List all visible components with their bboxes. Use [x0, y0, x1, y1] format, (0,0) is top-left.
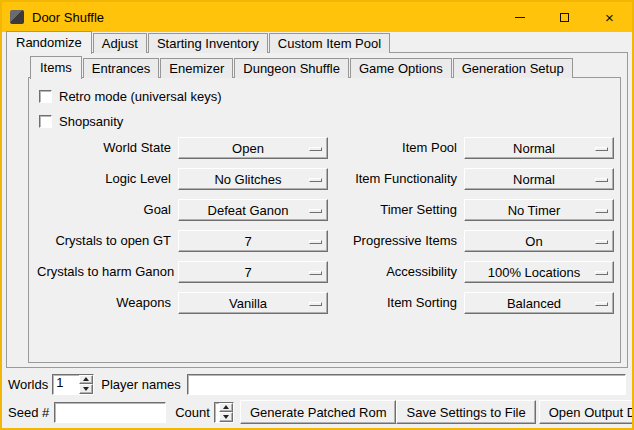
accessibility-label: Accessibility: [335, 261, 457, 283]
count-spin-up-button[interactable]: [219, 403, 233, 413]
door-shuffle-window: Door Shuffle × Randomize Adjust Starting…: [0, 0, 634, 430]
dropdown-goal[interactable]: Defeat Ganon: [178, 199, 328, 221]
dropdown-crystals-harm-ganon[interactable]: 7: [178, 261, 328, 283]
open-output-directory-button[interactable]: Open Output Directory: [539, 400, 634, 424]
dropdown-timer-setting[interactable]: No Timer: [464, 199, 614, 221]
worlds-input[interactable]: [53, 375, 78, 390]
count-spinner: [214, 402, 234, 423]
menu-indicator-icon: [595, 271, 608, 275]
sub-tabbar: Items Entrances Enemizer Dungeon Shuffle…: [28, 57, 621, 77]
menu-indicator-icon: [309, 240, 322, 244]
menu-indicator-icon: [595, 147, 608, 151]
tab-starting-inventory[interactable]: Starting Inventory: [148, 33, 268, 53]
menu-indicator-icon: [595, 302, 608, 306]
arrow-up-icon: [223, 405, 229, 409]
generate-bar: Seed # Count Generate Patched Rom Save S…: [8, 400, 626, 424]
seed-label: Seed #: [8, 405, 49, 420]
dropdown-item-functionality[interactable]: Normal: [464, 168, 614, 190]
timer-setting-label: Timer Setting: [335, 199, 457, 221]
menu-indicator-icon: [595, 178, 608, 182]
dropdown-progressive-items[interactable]: On: [464, 230, 614, 252]
tab-custom-item-pool[interactable]: Custom Item Pool: [269, 33, 390, 53]
menu-indicator-icon: [309, 271, 322, 275]
generate-patched-rom-button[interactable]: Generate Patched Rom: [240, 400, 397, 424]
item-functionality-label: Item Functionality: [335, 168, 457, 190]
count-spin-down-button[interactable]: [219, 412, 233, 422]
save-settings-button[interactable]: Save Settings to File: [396, 400, 535, 424]
weapons-label: Weapons: [37, 292, 171, 314]
maximize-button[interactable]: [542, 2, 587, 32]
menu-indicator-icon: [595, 209, 608, 213]
multiworld-bar: Worlds Player names: [8, 373, 626, 395]
settings-grid: World State Open Item Pool Normal Logic …: [37, 137, 612, 314]
main-tabbar: Randomize Adjust Starting Inventory Cust…: [2, 32, 632, 52]
menu-indicator-icon: [309, 209, 322, 213]
close-button[interactable]: ×: [587, 2, 632, 32]
item-sorting-label: Item Sorting: [335, 292, 457, 314]
worlds-spinner: [52, 374, 94, 395]
count-label: Count: [175, 405, 210, 420]
dropdown-logic-level[interactable]: No Glitches: [178, 168, 328, 190]
titlebar[interactable]: Door Shuffle ×: [2, 2, 632, 32]
subtab-items[interactable]: Items: [30, 56, 82, 79]
progressive-items-label: Progressive Items: [335, 230, 457, 252]
count-input[interactable]: [215, 403, 218, 418]
checkbox-shopsanity[interactable]: Shopsanity: [39, 111, 612, 131]
dropdown-item-sorting[interactable]: Balanced: [464, 292, 614, 314]
crystals-harm-ganon-label: Crystals to harm Ganon: [37, 261, 171, 283]
randomize-pane: Items Entrances Enemizer Dungeon Shuffle…: [6, 52, 628, 368]
menu-indicator-icon: [595, 240, 608, 244]
subtab-enemizer[interactable]: Enemizer: [160, 58, 233, 78]
item-pool-label: Item Pool: [335, 137, 457, 159]
items-pane: Retro mode (universal keys) Shopsanity W…: [28, 77, 621, 363]
maximize-icon: [560, 13, 569, 22]
menu-indicator-icon: [309, 178, 322, 182]
menu-indicator-icon: [309, 147, 322, 151]
minimize-icon: [515, 17, 525, 18]
window-controls: ×: [497, 2, 632, 32]
world-state-label: World State: [37, 137, 171, 159]
subtab-dungeon-shuffle[interactable]: Dungeon Shuffle: [234, 58, 349, 78]
arrow-up-icon: [83, 377, 89, 381]
app-icon: [10, 10, 24, 24]
goal-label: Goal: [37, 199, 171, 221]
seed-input[interactable]: [54, 402, 166, 423]
worlds-label: Worlds: [8, 377, 48, 392]
subtab-game-options[interactable]: Game Options: [350, 58, 452, 78]
subtab-entrances[interactable]: Entrances: [83, 58, 160, 78]
checkbox-box: [39, 90, 52, 103]
logic-level-label: Logic Level: [37, 168, 171, 190]
dropdown-accessibility[interactable]: 100% Locations: [464, 261, 614, 283]
window-title: Door Shuffle: [32, 10, 497, 25]
player-names-label: Player names: [101, 377, 180, 392]
minimize-button[interactable]: [497, 2, 542, 32]
arrow-down-icon: [83, 387, 89, 391]
worlds-spin-up-button[interactable]: [79, 375, 93, 385]
dropdown-crystals-open-gt[interactable]: 7: [178, 230, 328, 252]
tab-randomize[interactable]: Randomize: [6, 31, 92, 54]
arrow-down-icon: [223, 415, 229, 419]
dropdown-weapons[interactable]: Vanilla: [178, 292, 328, 314]
menu-indicator-icon: [309, 302, 322, 306]
checkbox-label: Shopsanity: [59, 114, 123, 129]
checkbox-label: Retro mode (universal keys): [59, 89, 222, 104]
close-icon: ×: [605, 10, 614, 25]
tab-adjust[interactable]: Adjust: [93, 33, 147, 53]
checkbox-retro-mode[interactable]: Retro mode (universal keys): [39, 86, 612, 106]
dropdown-world-state[interactable]: Open: [178, 137, 328, 159]
worlds-spin-down-button[interactable]: [79, 384, 93, 394]
checkbox-box: [39, 115, 52, 128]
dropdown-item-pool[interactable]: Normal: [464, 137, 614, 159]
crystals-open-gt-label: Crystals to open GT: [37, 230, 171, 252]
player-names-input[interactable]: [187, 374, 626, 395]
subtab-generation-setup[interactable]: Generation Setup: [453, 58, 573, 78]
